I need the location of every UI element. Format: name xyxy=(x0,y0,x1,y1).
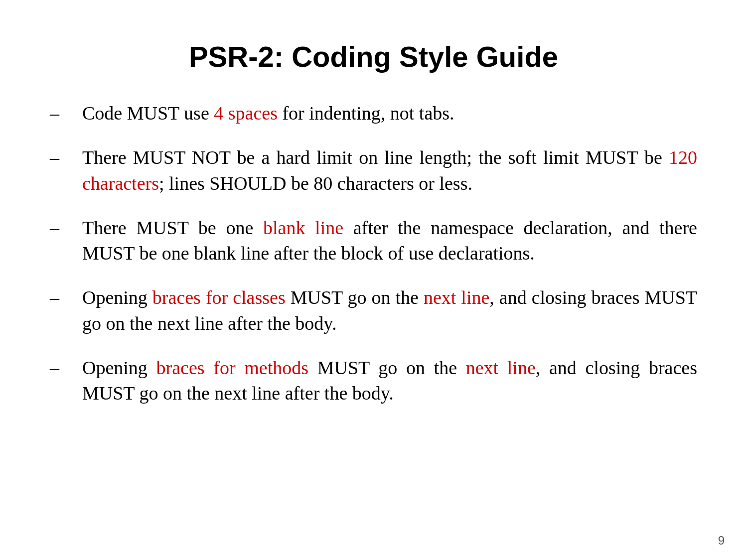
bullet-content: There MUST be one blank line after the n… xyxy=(82,215,697,267)
bullet-dash: – xyxy=(50,145,77,170)
highlight-spaces: 4 spaces xyxy=(214,103,278,124)
bullet-dash: – xyxy=(50,101,77,126)
bullet-dash: – xyxy=(50,355,77,381)
bullet-content: Opening braces for methods MUST go on th… xyxy=(82,355,697,407)
highlight-next-line-2: next line xyxy=(466,357,536,378)
list-item: – Opening braces for classes MUST go on … xyxy=(50,285,697,336)
page-number: 9 xyxy=(718,534,725,548)
list-item: – There MUST NOT be a hard limit on line… xyxy=(50,145,697,196)
bullet-content: There MUST NOT be a hard limit on line l… xyxy=(82,145,697,196)
list-item: – Opening braces for methods MUST go on … xyxy=(50,355,697,407)
bullet-content: Code MUST use 4 spaces for indenting, no… xyxy=(82,101,697,126)
bullet-dash: – xyxy=(50,215,77,241)
list-item: – Code MUST use 4 spaces for indenting, … xyxy=(50,101,697,126)
slide-title: PSR-2: Coding Style Guide xyxy=(50,40,697,73)
slide: PSR-2: Coding Style Guide – Code MUST us… xyxy=(0,0,747,560)
highlight-next-line-1: next line xyxy=(424,287,489,308)
list-item: – There MUST be one blank line after the… xyxy=(50,215,697,267)
bullet-content: Opening braces for classes MUST go on th… xyxy=(82,285,697,336)
bullet-dash: – xyxy=(50,285,77,310)
highlight-braces-classes: braces for classes xyxy=(152,287,286,308)
highlight-braces-methods: braces for methods xyxy=(156,357,308,378)
highlight-120: 120 characters xyxy=(82,147,697,193)
bullet-list: – Code MUST use 4 spaces for indenting, … xyxy=(50,101,697,407)
highlight-blank-line: blank line xyxy=(263,217,343,238)
